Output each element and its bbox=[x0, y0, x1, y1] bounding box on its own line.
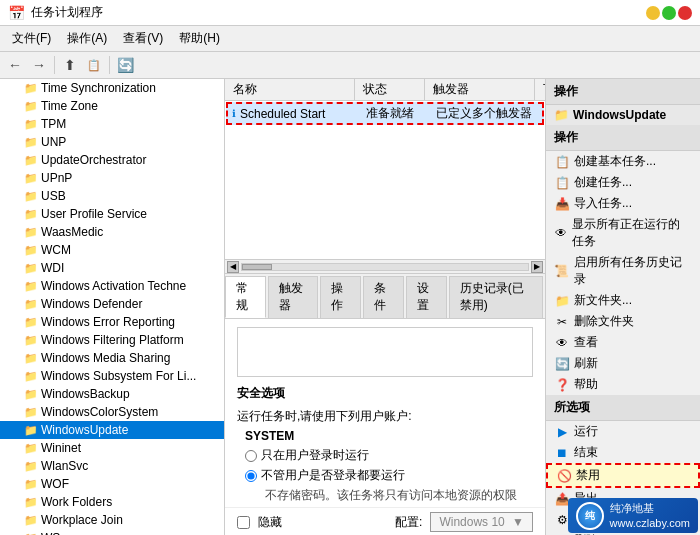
tree-item-defender[interactable]: 📁 Windows Defender bbox=[0, 295, 224, 313]
tab-history[interactable]: 历史记录(已禁用) bbox=[449, 276, 543, 318]
tab-actions[interactable]: 操作 bbox=[320, 276, 361, 318]
tab-triggers[interactable]: 触发器 bbox=[268, 276, 318, 318]
folder-icon-selected: 📁 bbox=[24, 424, 38, 437]
action-enable-history[interactable]: 📜 启用所有任务历史记录 bbox=[546, 252, 700, 290]
tree-item-color-system[interactable]: 📁 WindowsColorSystem bbox=[0, 403, 224, 421]
tree-item-subsystem[interactable]: 📁 Windows Subsystem For Li... bbox=[0, 367, 224, 385]
tree-item-wof[interactable]: 📁 WOF bbox=[0, 475, 224, 493]
tree-item-workplace-join[interactable]: 📁 Workplace Join bbox=[0, 511, 224, 529]
tab-general[interactable]: 常规 bbox=[225, 276, 266, 318]
horizontal-scrollbar[interactable]: ◀ ▶ bbox=[225, 259, 545, 273]
maximize-button[interactable] bbox=[662, 6, 676, 20]
folder-icon: 📁 bbox=[24, 226, 38, 239]
cz-logo-icon: 纯 bbox=[576, 502, 604, 530]
new-folder-icon: 📁 bbox=[554, 294, 570, 308]
radio-login-input[interactable] bbox=[245, 450, 257, 462]
tree-item-error-reporting[interactable]: 📁 Windows Error Reporting bbox=[0, 313, 224, 331]
tree-item-unp[interactable]: 📁 UNP bbox=[0, 133, 224, 151]
title-bar-text: 任务计划程序 bbox=[31, 4, 103, 21]
tree-item-media-sharing[interactable]: 📁 Windows Media Sharing bbox=[0, 349, 224, 367]
action-view[interactable]: 👁 查看 bbox=[546, 332, 700, 353]
cz-logo-text: 纯净地基 www.czlaby.com bbox=[610, 501, 690, 530]
action-create-basic[interactable]: 📋 创建基本任务... bbox=[546, 151, 700, 172]
folder-icon: 📁 bbox=[24, 154, 38, 167]
tree-item-time-zone[interactable]: 📁 Time Zone bbox=[0, 97, 224, 115]
task-cell-status: 准备就绪 bbox=[358, 104, 428, 123]
tree-item-updateorch[interactable]: 📁 UpdateOrchestrator bbox=[0, 151, 224, 169]
action-run[interactable]: ▶ 运行 bbox=[546, 421, 700, 442]
action-delete-folder[interactable]: ✂ 删除文件夹 bbox=[546, 311, 700, 332]
menu-view[interactable]: 查看(V) bbox=[115, 28, 171, 49]
action-main-item[interactable]: 📁 WindowsUpdate bbox=[546, 105, 700, 125]
radio-login-only[interactable]: 只在用户登录时运行 bbox=[245, 447, 533, 464]
tree-item-upnp[interactable]: 📁 UPnP bbox=[0, 169, 224, 187]
folder-icon: 📁 bbox=[24, 280, 38, 293]
tree-item-wininet[interactable]: 📁 Wininet bbox=[0, 439, 224, 457]
tab-settings[interactable]: 设置 bbox=[406, 276, 447, 318]
scroll-right-btn[interactable]: ▶ bbox=[531, 261, 543, 273]
tree-item-waasmedic[interactable]: 📁 WaasMedic bbox=[0, 223, 224, 241]
main-container: 📁 Time Synchronization 📁 Time Zone 📁 TPM… bbox=[0, 79, 700, 535]
menu-help[interactable]: 帮助(H) bbox=[171, 28, 228, 49]
tree-item-wdi[interactable]: 📁 WDI bbox=[0, 259, 224, 277]
action-refresh[interactable]: 🔄 刷新 bbox=[546, 353, 700, 374]
close-button[interactable] bbox=[678, 6, 692, 20]
security-desc-label: 运行任务时,请使用下列用户账户: bbox=[237, 408, 412, 425]
task-cell-trigger: 已定义多个触发器 bbox=[428, 104, 538, 123]
refresh-button[interactable]: 🔄 bbox=[114, 54, 136, 76]
col-status[interactable]: 状态 bbox=[355, 79, 425, 100]
minimize-button[interactable] bbox=[646, 6, 660, 20]
tabs-bar: 常规 触发器 操作 条件 设置 历史记录(已禁用) bbox=[225, 274, 545, 319]
folder-icon: 📁 bbox=[24, 118, 38, 131]
action-stop[interactable]: ⏹ 结束 bbox=[546, 442, 700, 463]
radio-always[interactable]: 不管用户是否登录都要运行 bbox=[245, 467, 533, 484]
col-name[interactable]: 名称 bbox=[225, 79, 355, 100]
forward-button[interactable]: → bbox=[28, 54, 50, 76]
action-show-running[interactable]: 👁 显示所有正在运行的任务 bbox=[546, 214, 700, 252]
tab-conditions[interactable]: 条件 bbox=[363, 276, 404, 318]
tree-item-ups[interactable]: 📁 User Profile Service bbox=[0, 205, 224, 223]
tree-item-backup[interactable]: 📁 WindowsBackup bbox=[0, 385, 224, 403]
tree-item-time-sync[interactable]: 📁 Time Synchronization bbox=[0, 79, 224, 97]
up-button[interactable]: ⬆ bbox=[59, 54, 81, 76]
copy-button[interactable]: 📋 bbox=[83, 54, 105, 76]
run-icon: ▶ bbox=[554, 425, 570, 439]
tree-item-wlansvc[interactable]: 📁 WlanSvc bbox=[0, 457, 224, 475]
action-create-task[interactable]: 📋 创建任务... bbox=[546, 172, 700, 193]
scroll-track[interactable] bbox=[241, 263, 529, 271]
tree-item-windows-update[interactable]: 📁 WindowsUpdate bbox=[0, 421, 224, 439]
toolbar-separator-2 bbox=[109, 56, 110, 74]
menu-action[interactable]: 操作(A) bbox=[59, 28, 115, 49]
action-help-main[interactable]: ❓ 帮助 bbox=[546, 374, 700, 395]
tree-item-usb[interactable]: 📁 USB bbox=[0, 187, 224, 205]
tree-panel[interactable]: 📁 Time Synchronization 📁 Time Zone 📁 TPM… bbox=[0, 79, 225, 535]
task-list-body[interactable]: ℹ Scheduled Start 准备就绪 已定义多个触发器 2022/3/8… bbox=[225, 101, 545, 259]
col-trigger[interactable]: 触发器 bbox=[425, 79, 535, 100]
action-new-folder[interactable]: 📁 新文件夹... bbox=[546, 290, 700, 311]
menu-file[interactable]: 文件(F) bbox=[4, 28, 59, 49]
action-disable[interactable]: 🚫 禁用 bbox=[546, 463, 700, 488]
toolbar: ← → ⬆ 📋 🔄 bbox=[0, 52, 700, 79]
tree-item-tpm[interactable]: 📁 TPM bbox=[0, 115, 224, 133]
back-button[interactable]: ← bbox=[4, 54, 26, 76]
tree-item-filtering[interactable]: 📁 Windows Filtering Platform bbox=[0, 331, 224, 349]
action-import-task[interactable]: 📥 导入任务... bbox=[546, 193, 700, 214]
table-row[interactable]: ℹ Scheduled Start 准备就绪 已定义多个触发器 2022/3/8… bbox=[226, 102, 544, 125]
menu-bar: 文件(F) 操作(A) 查看(V) 帮助(H) bbox=[0, 26, 700, 52]
toolbar-separator-1 bbox=[54, 56, 55, 74]
scroll-thumb[interactable] bbox=[242, 264, 272, 270]
delete-folder-icon: ✂ bbox=[554, 315, 570, 329]
tree-item-wacttech[interactable]: 📁 Windows Activation Techne bbox=[0, 277, 224, 295]
show-running-icon: 👁 bbox=[554, 226, 568, 240]
folder-icon: 📁 bbox=[24, 478, 38, 491]
tree-item-work-folders[interactable]: 📁 Work Folders bbox=[0, 493, 224, 511]
config-label: 配置: bbox=[395, 514, 422, 531]
hide-checkbox[interactable] bbox=[237, 516, 250, 529]
scroll-left-btn[interactable]: ◀ bbox=[227, 261, 239, 273]
tree-item-wcm[interactable]: 📁 WCM bbox=[0, 241, 224, 259]
tree-item-ws[interactable]: 📁 WS bbox=[0, 529, 224, 535]
col-next-run[interactable]: 下次运行时间 bbox=[535, 79, 545, 100]
folder-icon: 📁 bbox=[24, 136, 38, 149]
config-select[interactable]: Windows 10 ▼ bbox=[430, 512, 533, 532]
radio-always-input[interactable] bbox=[245, 470, 257, 482]
